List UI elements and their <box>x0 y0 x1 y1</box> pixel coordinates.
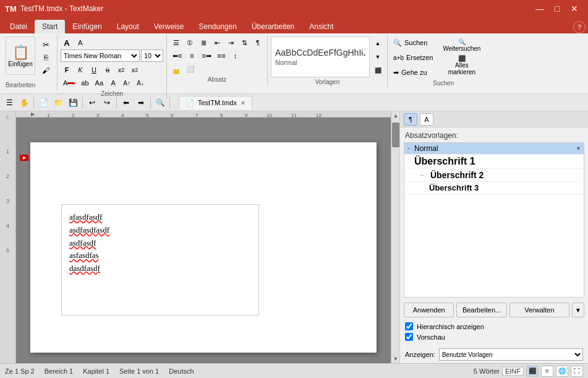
font-size-select[interactable]: 10 <box>141 49 163 62</box>
align-center-btn[interactable]: ≡ <box>185 49 198 62</box>
ruler-left-marker: ▶ <box>28 111 35 117</box>
vr-6: 5 <box>6 247 9 254</box>
tab-layout[interactable]: Layout <box>109 20 147 33</box>
tab-verweise[interactable]: Verweise <box>147 20 192 33</box>
view-web-btn[interactable]: 🌐 <box>556 366 568 377</box>
tab-sendungen[interactable]: Sendungen <box>191 20 244 33</box>
styles-scroll-up[interactable]: ▲ <box>372 37 384 49</box>
font-size-grow-btn[interactable]: A <box>61 37 73 49</box>
toolbar-menu-btn[interactable]: ☰ <box>2 96 16 110</box>
normal-dropdown-arrow[interactable]: ▼ <box>576 145 581 152</box>
superscript-button[interactable]: x2 <box>129 64 141 76</box>
justify-btn[interactable]: ≡≡ <box>215 49 228 62</box>
heading2-expand[interactable]: − <box>420 172 428 178</box>
highlight-button[interactable]: ab <box>79 77 91 89</box>
search-button[interactable]: 🔍 Suchen <box>391 37 435 49</box>
help-button[interactable]: ? <box>573 21 586 33</box>
hierarchisch-checkbox[interactable] <box>405 322 413 330</box>
char-scale-button[interactable]: A↑ <box>121 77 133 89</box>
verwalten-button[interactable]: Verwalten <box>509 303 569 317</box>
shading-btn[interactable]: ▄ <box>170 62 182 75</box>
anwenden-button[interactable]: Anwenden <box>404 303 454 317</box>
indent-inc-btn[interactable]: ⇥ <box>224 37 237 49</box>
document-tab[interactable]: 📄 TestTM.tmdx ✕ <box>179 96 252 110</box>
status-einf[interactable]: EINF <box>502 367 524 376</box>
styles-list[interactable]: − Normal ▼ Überschrift 1 − Überschrift 2… <box>404 142 584 298</box>
text-box[interactable]: afasdfasdf asdfasdfasdf asdfasdf asfasdf… <box>61 204 259 316</box>
sort-btn[interactable]: ⇅ <box>238 37 250 49</box>
toolbar-new-btn[interactable]: 📄 <box>36 96 50 110</box>
styles-expand[interactable]: ⬛ <box>372 64 384 77</box>
scroll-up-btn[interactable]: ▲ <box>391 111 400 120</box>
align-right-btn[interactable]: ≡➡ <box>199 49 213 62</box>
doc-tab-close-btn[interactable]: ✕ <box>241 100 245 106</box>
list-btn[interactable]: ☰ <box>170 37 182 49</box>
close-button[interactable]: ✕ <box>566 0 583 17</box>
verwalten-dropdown-btn[interactable]: ▼ <box>572 303 584 317</box>
paste-button[interactable]: 📋 Einfügen <box>6 37 35 75</box>
tab-ueberarbeiten[interactable]: Überarbeiten <box>244 20 302 33</box>
style-normal[interactable]: − Normal ▼ <box>404 143 584 155</box>
indent-dec-btn[interactable]: ⇤ <box>211 37 223 49</box>
font-color-button[interactable]: A <box>61 77 77 89</box>
toolbar-zoom-btn[interactable]: 🔍 <box>153 96 167 110</box>
italic-button[interactable]: K <box>74 64 87 76</box>
bold-button[interactable]: F <box>61 64 73 76</box>
border-btn[interactable]: ⬜ <box>184 62 197 75</box>
toolbar-hand-btn[interactable]: ✋ <box>17 96 31 110</box>
char-spacing-button[interactable]: A <box>107 77 119 89</box>
cut-button[interactable]: ✂ <box>38 39 54 50</box>
toolbar-save-btn[interactable]: 💾 <box>66 96 80 110</box>
scroll-thumb[interactable] <box>392 122 399 147</box>
tab-ansicht[interactable]: Ansicht <box>302 20 341 33</box>
page-canvas[interactable]: ▶ afasdfasdf asdfasdfasdf <box>16 118 391 363</box>
bearbeiten-button[interactable]: Bearbeiten... <box>456 303 506 317</box>
vorschau-checkbox[interactable] <box>405 333 413 341</box>
panel-zeichen-btn[interactable]: A <box>420 113 433 126</box>
normal-expand[interactable]: − <box>407 145 414 152</box>
scroll-down-btn[interactable]: ▼ <box>391 354 400 363</box>
document-page[interactable]: afasdfasdf asdfasdfasdf asdfasdf asfasdf… <box>30 142 377 353</box>
align-left-btn[interactable]: ⬅≡ <box>170 49 184 62</box>
toolbar-open-btn[interactable]: 📁 <box>51 96 65 110</box>
view-outline-btn[interactable]: ≡ <box>541 366 553 377</box>
toolbar-redo-btn[interactable]: ↪ <box>100 96 114 110</box>
font-name-select[interactable]: Times New Roman <box>61 49 140 62</box>
format-paint-button[interactable]: 🖌 <box>38 65 54 76</box>
font-size-shrink-btn[interactable]: A <box>74 37 87 49</box>
tab-einfuegen[interactable]: Einfügen <box>65 20 109 33</box>
pilcrow-btn[interactable]: ¶ <box>252 37 264 49</box>
styles-scroll-down[interactable]: ▼ <box>372 51 384 63</box>
strikethrough-button[interactable]: ü <box>101 64 114 76</box>
maximize-button[interactable]: □ <box>548 0 566 17</box>
scroll-track[interactable] <box>391 120 399 354</box>
multilevel-btn[interactable]: ≣ <box>197 37 210 49</box>
toolbar-undo-btn[interactable]: ↩ <box>85 96 99 110</box>
tab-start[interactable]: Start <box>35 20 65 33</box>
vertical-scrollbar[interactable]: ▲ ▼ <box>391 111 399 363</box>
char-clear-button[interactable]: A↓ <box>134 77 147 89</box>
line-space-btn[interactable]: ↕ <box>229 49 242 62</box>
style-heading1[interactable]: Überschrift 1 <box>404 155 584 169</box>
alles-markieren-label: Allesmarkieren <box>448 62 475 75</box>
minimize-button[interactable]: — <box>531 0 548 17</box>
view-full-btn[interactable]: ⛶ <box>571 366 583 377</box>
panel-absatz-btn[interactable]: ¶ <box>404 113 417 126</box>
caps-button[interactable]: Aa <box>93 77 106 89</box>
toolbar-forward-btn[interactable]: ➡ <box>134 96 148 110</box>
goto-button[interactable]: ➡ Gehe zu <box>391 66 435 79</box>
show-select[interactable]: Benutzte Vorlagen <box>439 348 583 361</box>
style-heading3[interactable]: Überschrift 3 <box>404 182 584 194</box>
subscript-button[interactable]: x2 <box>115 64 127 76</box>
replace-button[interactable]: a+b Ersetzen <box>391 51 435 64</box>
view-normal-btn[interactable]: ⬛ <box>526 366 539 377</box>
style-heading2[interactable]: − Überschrift 2 <box>404 169 584 182</box>
underline-button[interactable]: U <box>88 64 100 76</box>
copy-button[interactable]: ⎘ <box>38 52 54 63</box>
tab-datei[interactable]: Datei <box>2 20 35 33</box>
num-list-btn[interactable]: ① <box>184 37 196 49</box>
alles-markieren-button[interactable]: ⬛ Allesmarkieren <box>446 56 478 74</box>
weitersuchen-button[interactable]: 🔍 Weitersuchen <box>440 37 483 54</box>
toolbar-back-btn[interactable]: ⬅ <box>119 96 133 110</box>
toolbar-sep1 <box>33 97 34 108</box>
